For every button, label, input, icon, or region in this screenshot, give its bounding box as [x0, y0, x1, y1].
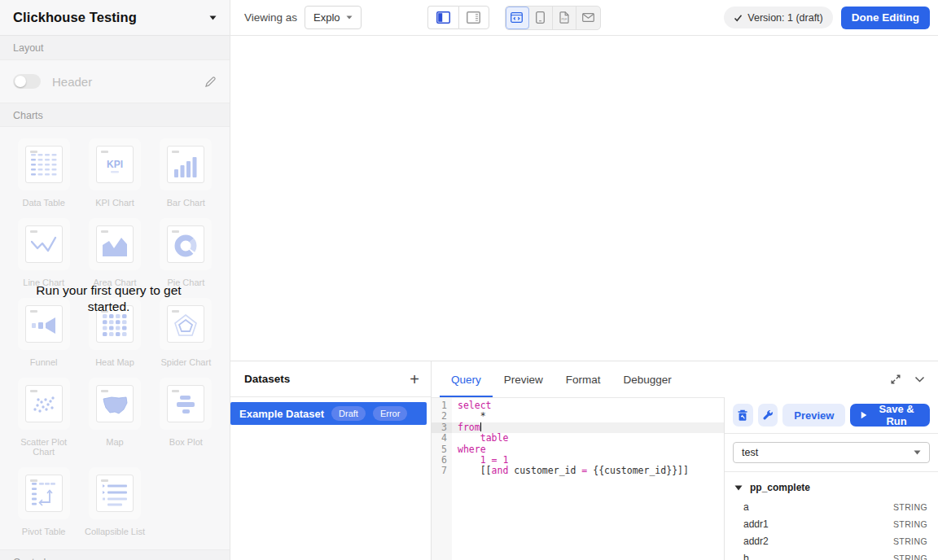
view-mode-button[interactable]: PDF — [553, 7, 576, 29]
schema-column-row[interactable]: bSTRING — [725, 549, 938, 560]
dashboard-title-area[interactable]: Clickhouse Testing — [0, 0, 230, 35]
chart-type-kpi-chart[interactable]: KPIKPI Chart — [80, 138, 150, 208]
card-title-dash — [101, 479, 108, 482]
chart-type-label: KPI Chart — [95, 198, 134, 208]
chart-tile — [18, 467, 70, 519]
chart-type-box-plot[interactable]: Box Plot — [151, 378, 221, 457]
card-title-dash — [101, 230, 108, 233]
schema-column-row[interactable]: aSTRING — [725, 498, 938, 515]
code-line[interactable]: 6 1 = 1 — [432, 455, 724, 466]
tabs-container: QueryPreviewFormatDebugger — [440, 361, 683, 397]
toggle-right-panel-button[interactable] — [458, 6, 489, 29]
chart-type-pie-chart[interactable]: Pie Chart — [151, 218, 221, 287]
chart-card: KPI — [96, 146, 134, 183]
chart-type-label: Box Plot — [169, 437, 203, 447]
line-chart-icon — [31, 232, 57, 256]
version-badge-label: Version: 1 (draft) — [747, 12, 822, 24]
line-number: 5 — [432, 444, 452, 455]
box-plot-icon — [173, 392, 198, 416]
code-text: * — [452, 411, 724, 422]
line-number: 1 — [432, 400, 452, 411]
tab-query[interactable]: Query — [440, 361, 493, 397]
schema-column-row[interactable]: addr2STRING — [725, 532, 938, 549]
sql-code-editor[interactable]: 1select2 *3from4 table5where6 1 = 17 [[a… — [432, 397, 725, 560]
column-type: STRING — [893, 519, 927, 529]
code-text: 1 = 1 — [452, 455, 724, 466]
code-text: where — [452, 444, 724, 455]
view-mode-button[interactable] — [529, 7, 553, 29]
viewing-as-dropdown[interactable]: Explo — [305, 6, 362, 29]
schema-table-header[interactable]: pp_complete — [725, 477, 938, 498]
envelope-icon — [582, 13, 594, 22]
save-and-run-button[interactable]: Save & Run — [850, 404, 930, 427]
chart-type-data-table[interactable]: Data Table — [9, 138, 79, 208]
tab-preview[interactable]: Preview — [493, 361, 554, 397]
header-toggle-label: Header — [52, 75, 92, 89]
chart-type-bar-chart[interactable]: Bar Chart — [151, 138, 221, 208]
wrench-icon — [762, 409, 774, 421]
collapse-panel-chevron-icon[interactable] — [914, 376, 925, 383]
tab-debugger[interactable]: Debugger — [612, 361, 683, 397]
pivot-table-icon — [32, 479, 56, 507]
schema-column-row[interactable]: addr1STRING — [725, 515, 938, 532]
view-mode-button[interactable] — [576, 7, 600, 29]
chart-type-label: Map — [106, 437, 123, 447]
view-mode-group: PDF — [505, 6, 601, 30]
dataset-item[interactable]: Example DatasetDraftError — [230, 402, 427, 425]
format-settings-button[interactable] — [758, 404, 778, 427]
edit-pencil-icon[interactable] — [204, 76, 217, 88]
page-title: Clickhouse Testing — [13, 10, 137, 25]
chart-type-grid: Data TableKPIKPI ChartBar ChartLine Char… — [0, 127, 230, 536]
chart-type-map[interactable]: Map — [80, 378, 150, 457]
viewing-as-label: Viewing as — [244, 11, 297, 24]
viewing-as-value: Explo — [313, 11, 340, 24]
chart-tile — [89, 218, 141, 270]
code-line[interactable]: 3from — [432, 422, 724, 433]
chart-tile — [160, 218, 212, 270]
tab-format[interactable]: Format — [554, 361, 612, 397]
dashboard-canvas — [230, 36, 938, 361]
chart-type-area-chart[interactable]: Area Chart — [80, 218, 150, 287]
code-line[interactable]: 5where — [432, 444, 724, 455]
code-line[interactable]: 1select — [432, 400, 724, 411]
chart-card — [25, 475, 63, 512]
column-name: addr2 — [743, 536, 769, 547]
code-line[interactable]: 2 * — [432, 411, 724, 422]
schema-column-list: aSTRINGaddr1STRINGaddr2STRINGbSTRING — [725, 498, 938, 560]
panel-left-icon — [436, 11, 450, 24]
chart-tile — [89, 467, 141, 519]
phone-icon — [536, 11, 545, 24]
schema-select-row: test — [725, 434, 938, 472]
add-dataset-button[interactable]: + — [410, 371, 419, 387]
code-line[interactable]: 4 table — [432, 433, 724, 444]
view-mode-button[interactable] — [506, 7, 529, 29]
title-caret-down-icon[interactable] — [209, 15, 217, 20]
collapsible-list-icon — [102, 479, 128, 507]
code-text: table — [452, 433, 724, 444]
card-title-dash — [30, 151, 37, 153]
chart-type-line-chart[interactable]: Line Chart — [9, 218, 79, 287]
version-badge[interactable]: Version: 1 (draft) — [724, 7, 832, 28]
line-number: 2 — [432, 411, 452, 422]
code-line[interactable]: 7 [[and customer_id = {{customer_id}}]] — [432, 466, 724, 476]
empty-state-message: Run your first query to get started. — [20, 282, 198, 314]
code-text: from — [452, 422, 724, 433]
preview-button[interactable]: Preview — [782, 404, 845, 427]
done-editing-button[interactable]: Done Editing — [841, 7, 930, 29]
query-tools-panel: Preview Save & Run test — [725, 397, 938, 560]
toggle-left-panel-button[interactable] — [427, 6, 458, 29]
header-toggle[interactable] — [13, 74, 41, 89]
line-number: 6 — [432, 455, 452, 466]
chart-type-pivot-table[interactable]: Pivot Table — [9, 467, 79, 536]
discard-changes-button[interactable] — [733, 404, 753, 427]
chart-type-label: Heat Map — [95, 357, 134, 367]
chart-type-scatter-plot-chart[interactable]: Scatter Plot Chart — [9, 378, 79, 457]
line-number: 4 — [432, 433, 452, 444]
chart-type-label: Spider Chart — [160, 357, 211, 367]
code-view-icon — [511, 12, 523, 23]
column-type: STRING — [893, 536, 927, 546]
chart-type-collapsible-list[interactable]: Collapsible List — [80, 467, 150, 536]
schema-select[interactable]: test — [733, 442, 930, 463]
data-table-icon — [31, 151, 57, 178]
expand-panel-icon[interactable] — [890, 374, 901, 385]
